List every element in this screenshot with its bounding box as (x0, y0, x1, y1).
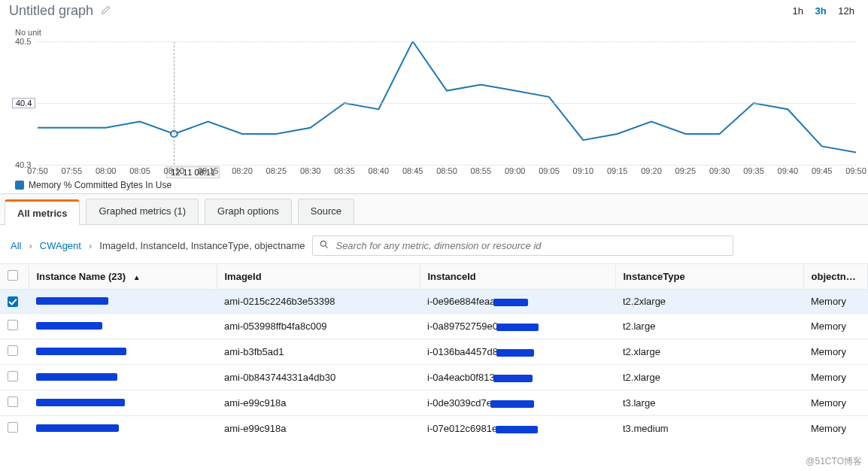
cell-instance-type: t2.2xlarge (615, 290, 803, 314)
col-instance-name[interactable]: Instance Name (23) ▲ (29, 264, 217, 290)
cell-instance-name (29, 339, 217, 365)
range-1h[interactable]: 1h (788, 5, 807, 17)
x-tick: 08:00 (96, 166, 117, 175)
cell-image-id: ami-053998ffb4fa8c009 (217, 314, 420, 339)
cell-instance-name (29, 314, 217, 339)
x-tick: 07:55 (62, 166, 83, 175)
row-checkbox[interactable] (8, 320, 18, 330)
x-tick: 08:05 (129, 166, 150, 175)
x-tick: 09:00 (505, 166, 526, 175)
table-row[interactable]: ami-0b843744331a4db30i-0a4eacb0f813t2.xl… (0, 365, 868, 390)
x-tick: 08:10 (164, 166, 185, 175)
x-tick: 09:30 (709, 166, 730, 175)
cell-image-id: ami-0b843744331a4db30 (217, 365, 420, 390)
cell-image-id: ami-e99c918a (217, 390, 420, 416)
table-row[interactable]: ami-053998ffb4fa8c009i-0a89752759e0t2.la… (0, 314, 868, 339)
chevron-right-icon: › (29, 240, 32, 251)
table-row[interactable]: ami-0215c2246b3e53398i-0e96e884feaat2.2x… (0, 290, 868, 314)
chart-area: No unit 12-11 08:11 40.340.440.5 40.4 07… (6, 25, 862, 190)
col-instance-type[interactable]: InstanceType (615, 264, 803, 290)
x-tick: 09:10 (573, 166, 594, 175)
tabs: All metrics Graphed metrics (1) Graph op… (0, 193, 868, 225)
pencil-icon[interactable] (101, 5, 111, 17)
cell-object-name: Memory (803, 365, 868, 390)
legend-swatch (15, 181, 24, 190)
metrics-table: Instance Name (23) ▲ ImageId InstanceId … (0, 263, 868, 441)
legend-label: Memory % Committed Bytes In Use (29, 180, 171, 190)
breadcrumb-dimensions: ImageId, InstanceId, InstanceType, objec… (99, 240, 305, 251)
table-header-row: Instance Name (23) ▲ ImageId InstanceId … (0, 264, 868, 290)
col-object-name[interactable]: objectname (803, 264, 868, 290)
cell-instance-id: i-0de3039cd7e (420, 390, 615, 416)
col-image-id[interactable]: ImageId (217, 264, 420, 290)
cell-instance-id: i-0a89752759e0 (420, 314, 615, 339)
cell-instance-id: i-07e012c6981e (420, 416, 615, 442)
table-row[interactable]: ami-b3fb5ad1i-0136ba4457d8t2.xlargeMemor… (0, 339, 868, 365)
y-tick: 40.5 (15, 37, 31, 46)
x-tick: 08:15 (198, 166, 219, 175)
cell-instance-type: t2.large (615, 314, 803, 339)
col-instance-id[interactable]: InstanceId (420, 264, 615, 290)
x-tick: 07:50 (27, 166, 48, 175)
sort-asc-icon: ▲ (133, 273, 141, 281)
x-tick: 08:40 (369, 166, 390, 175)
tab-graph-options[interactable]: Graph options (205, 199, 292, 224)
select-all-checkbox[interactable] (8, 270, 18, 281)
tab-graphed-metrics[interactable]: Graphed metrics (1) (86, 199, 199, 224)
x-tick: 09:40 (778, 166, 799, 175)
row-checkbox[interactable] (8, 371, 18, 381)
x-tick: 08:30 (300, 166, 321, 175)
range-3h[interactable]: 3h (811, 5, 831, 17)
x-tick: 09:20 (641, 166, 662, 175)
row-checkbox[interactable] (8, 345, 18, 356)
gridline (38, 165, 856, 166)
cell-image-id: ami-b3fb5ad1 (217, 339, 420, 365)
x-tick: 08:50 (436, 166, 457, 175)
cell-instance-type: t3.medium (615, 416, 803, 442)
table-row[interactable]: ami-e99c918ai-07e012c6981et3.mediumMemor… (0, 416, 868, 442)
metric-search[interactable] (312, 235, 733, 256)
cell-image-id: ami-e99c918a (217, 416, 420, 442)
chevron-right-icon: › (89, 240, 92, 251)
table-row[interactable]: ami-e99c918ai-0de3039cd7et3.largeMemory (0, 390, 868, 416)
breadcrumb-all[interactable]: All (11, 240, 21, 251)
cell-instance-name (29, 290, 217, 314)
cell-instance-type: t2.xlarge (615, 339, 803, 365)
cell-object-name: Memory (803, 290, 868, 314)
x-tick: 08:20 (232, 166, 253, 175)
tab-all-metrics[interactable]: All metrics (5, 199, 80, 225)
cell-instance-name (29, 390, 217, 416)
watermark: @51CTO博客 (806, 455, 862, 468)
x-tick: 09:05 (539, 166, 560, 175)
x-tick: 08:35 (334, 166, 355, 175)
x-tick: 08:55 (471, 166, 492, 175)
tab-source[interactable]: Source (298, 199, 354, 224)
search-icon (319, 239, 329, 252)
cell-object-name: Memory (803, 390, 868, 416)
chart-legend[interactable]: Memory % Committed Bytes In Use (15, 180, 171, 190)
breadcrumb-namespace[interactable]: CWAgent (40, 240, 81, 251)
graph-title[interactable]: Untitled graph (9, 3, 93, 19)
x-tick: 09:45 (812, 166, 833, 175)
cell-instance-id: i-0136ba4457d8 (420, 339, 615, 365)
graph-header: Untitled graph 1h 3h 12h (0, 0, 868, 25)
range-12h[interactable]: 12h (833, 5, 859, 17)
search-input[interactable] (335, 240, 727, 251)
x-tick: 09:35 (743, 166, 764, 175)
row-checkbox[interactable] (8, 397, 18, 407)
y-axis-label: No unit (15, 28, 41, 37)
gridline (38, 103, 856, 104)
svg-line-2 (326, 245, 328, 248)
cell-instance-id: i-0a4eacb0f813 (420, 365, 615, 390)
cell-object-name: Memory (803, 314, 868, 339)
cell-object-name: Memory (803, 416, 868, 442)
row-checkbox[interactable] (8, 296, 18, 307)
chart-x-ticks: 07:5007:5508:0008:0508:1008:1508:2008:25… (38, 166, 856, 177)
gridline (38, 41, 856, 42)
row-checkbox[interactable] (8, 422, 18, 433)
x-tick: 09:15 (607, 166, 628, 175)
time-range-picker: 1h 3h 12h (788, 5, 859, 17)
cell-instance-name (29, 365, 217, 390)
cell-instance-type: t3.large (615, 390, 803, 416)
chart-hover-y-badge: 40.4 (12, 98, 35, 108)
